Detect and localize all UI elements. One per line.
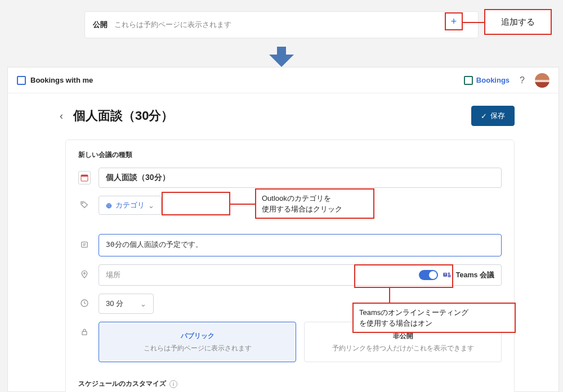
tag-icon bbox=[80, 200, 89, 211]
bookings-link-text: Bookings bbox=[476, 76, 510, 84]
public-desc: これらは予約ページに表示されます bbox=[114, 20, 231, 30]
lock-icon bbox=[80, 327, 89, 362]
callout-line: Teamsのオンラインミーティング bbox=[359, 307, 509, 318]
svg-rect-4 bbox=[82, 242, 88, 247]
down-arrow-icon bbox=[265, 47, 298, 67]
text-icon bbox=[80, 240, 89, 251]
plus-icon: ⊕ bbox=[106, 201, 112, 210]
chevron-down-icon: ⌄ bbox=[140, 300, 146, 308]
duration-select[interactable]: 30 分 ⌄ bbox=[99, 294, 154, 314]
check-icon: ✓ bbox=[481, 112, 487, 120]
public-sub: これらは予約ページに表示されます bbox=[109, 344, 285, 353]
add-button-outline: + bbox=[445, 12, 463, 30]
visibility-public[interactable]: パブリック これらは予約ページに表示されます bbox=[99, 322, 296, 362]
add-callout-text: 追加する bbox=[501, 17, 535, 28]
description-input[interactable] bbox=[99, 234, 502, 256]
teams-toggle[interactable] bbox=[419, 270, 438, 280]
annotation-line bbox=[230, 204, 255, 205]
app-shell: Bookings with me Bookings ? ‹ 個人面談（30分） … bbox=[7, 67, 559, 392]
form-card: 新しい会議の種類 ⊕ bbox=[65, 139, 515, 392]
chevron-down-icon: ⌄ bbox=[148, 201, 154, 210]
help-button[interactable]: ? bbox=[520, 75, 525, 85]
description-row bbox=[78, 234, 502, 256]
public-label: 公開 bbox=[93, 20, 108, 30]
add-button[interactable]: + bbox=[451, 16, 457, 26]
public-title: パブリック bbox=[109, 331, 285, 341]
category-callout: Outlookのカテゴリを 使用する場合はクリック bbox=[255, 188, 374, 219]
svg-point-10 bbox=[448, 272, 450, 274]
bookings-icon bbox=[464, 76, 473, 85]
location-row: 場所 T Teams 会議 bbox=[78, 264, 502, 286]
schedule-label-text: スケジュールのカスタマイズ bbox=[78, 379, 166, 389]
add-callout: 追加する bbox=[484, 9, 552, 35]
svg-point-7 bbox=[84, 272, 86, 274]
info-icon[interactable]: i bbox=[169, 380, 177, 388]
private-sub: 予約リンクを持つ人だけがこれを表示できます bbox=[315, 344, 491, 353]
callout-line: を使用する場合はオン bbox=[359, 318, 509, 329]
schedule-section-label: スケジュールのカスタマイズ i bbox=[78, 379, 502, 389]
back-button[interactable]: ‹ bbox=[60, 110, 63, 122]
plus-icon: + bbox=[451, 16, 457, 27]
meeting-title-input[interactable] bbox=[99, 168, 502, 188]
page-title: 個人面談（30分） bbox=[73, 107, 173, 124]
svg-rect-2 bbox=[81, 175, 88, 177]
callout-line: 使用する場合はクリック bbox=[262, 204, 368, 215]
location-input[interactable]: 場所 T Teams 会議 bbox=[99, 264, 502, 286]
bookings-link[interactable]: Bookings bbox=[464, 76, 510, 85]
annotation-line bbox=[389, 288, 390, 303]
section-label: 新しい会議の種類 bbox=[78, 150, 502, 160]
category-label: カテゴリ bbox=[115, 200, 145, 210]
teams-callout: Teamsのオンラインミーティング を使用する場合はオン bbox=[352, 303, 516, 333]
app-name: Bookings with me bbox=[30, 76, 93, 84]
annotation-line bbox=[463, 22, 484, 23]
teams-label: Teams 会議 bbox=[456, 271, 494, 280]
svg-point-3 bbox=[82, 202, 83, 203]
title-row bbox=[78, 168, 502, 188]
teams-icon: T bbox=[443, 271, 452, 280]
callout-line: Outlookのカテゴリを bbox=[262, 193, 368, 204]
svg-rect-13 bbox=[82, 331, 87, 335]
app-brand: Bookings with me bbox=[17, 76, 93, 85]
duration-value: 30 分 bbox=[106, 299, 123, 309]
save-button[interactable]: ✓ 保存 bbox=[471, 106, 515, 126]
clock-icon bbox=[80, 299, 89, 309]
location-icon bbox=[80, 270, 89, 281]
top-public-row: 公開 これらは予約ページに表示されます bbox=[84, 11, 479, 38]
category-button[interactable]: ⊕ カテゴリ ⌄ bbox=[99, 196, 162, 215]
avatar[interactable] bbox=[535, 73, 549, 88]
location-placeholder: 場所 bbox=[106, 270, 120, 280]
save-label: 保存 bbox=[490, 111, 505, 121]
app-icon bbox=[17, 76, 26, 85]
title-bar: ‹ 個人面談（30分） ✓ 保存 bbox=[8, 93, 558, 126]
svg-rect-11 bbox=[448, 274, 450, 277]
app-header: Bookings with me Bookings ? bbox=[8, 67, 558, 93]
svg-marker-0 bbox=[269, 47, 294, 67]
calendar-icon bbox=[78, 171, 91, 184]
